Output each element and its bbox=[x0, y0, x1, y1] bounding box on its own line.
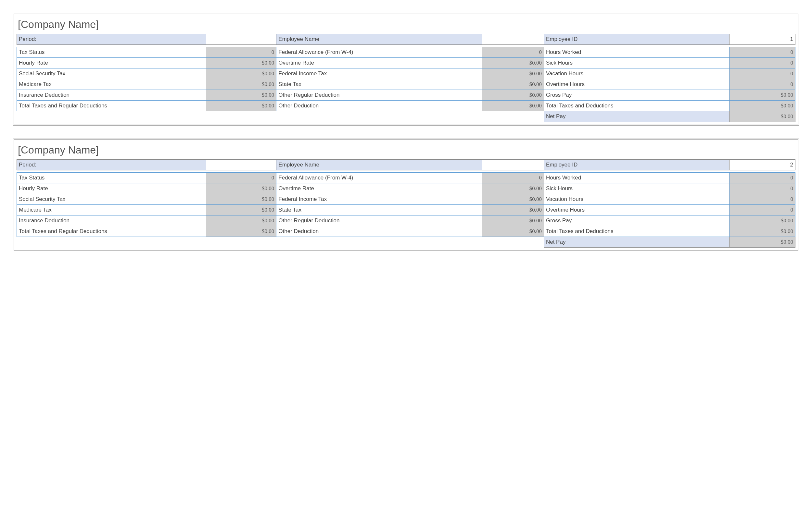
row-label-2: Federal Allowance (From W-4) bbox=[276, 47, 482, 58]
row-label-1: Tax Status bbox=[17, 172, 206, 183]
table-row: Medicare Tax$0.00State Tax$0.00Overtime … bbox=[17, 79, 795, 90]
table-row: Tax Status0Federal Allowance (From W-4)0… bbox=[17, 172, 795, 183]
row-label-3: Gross Pay bbox=[544, 90, 729, 101]
row-label-3: Overtime Hours bbox=[544, 79, 729, 90]
row-label-1: Tax Status bbox=[17, 47, 206, 58]
employee-id-value[interactable]: 1 bbox=[729, 34, 795, 45]
row-value-1[interactable]: $0.00 bbox=[206, 90, 276, 101]
row-label-2: Federal Income Tax bbox=[276, 69, 482, 79]
row-value-2[interactable]: $0.00 bbox=[482, 183, 544, 194]
row-value-2[interactable]: $0.00 bbox=[482, 101, 544, 111]
table-row: Hourly Rate$0.00Overtime Rate$0.00Sick H… bbox=[17, 58, 795, 69]
row-value-3[interactable]: 0 bbox=[729, 79, 795, 90]
row-label-2: Other Regular Deduction bbox=[276, 90, 482, 101]
row-label-3: Total Taxes and Deductions bbox=[544, 226, 729, 237]
row-label-1: Hourly Rate bbox=[17, 183, 206, 194]
row-label-2: Federal Allowance (From W-4) bbox=[276, 172, 482, 183]
paystub-table: Period:Employee NameEmployee ID2Tax Stat… bbox=[17, 159, 795, 247]
table-row: Total Taxes and Regular Deductions$0.00O… bbox=[17, 226, 795, 237]
employee-name-label: Employee Name bbox=[276, 160, 482, 170]
table-row: Insurance Deduction$0.00Other Regular De… bbox=[17, 90, 795, 101]
row-value-3[interactable]: 0 bbox=[729, 194, 795, 205]
period-label: Period: bbox=[17, 34, 206, 45]
row-value-3[interactable]: 0 bbox=[729, 172, 795, 183]
employee-id-label: Employee ID bbox=[544, 160, 729, 170]
row-label-2: Other Deduction bbox=[276, 226, 482, 237]
paystub-table: Period:Employee NameEmployee ID1Tax Stat… bbox=[17, 34, 795, 122]
row-label-3: Vacation Hours bbox=[544, 69, 729, 79]
row-label-2: State Tax bbox=[276, 205, 482, 215]
employee-name-value[interactable] bbox=[482, 34, 544, 45]
row-value-2[interactable]: $0.00 bbox=[482, 205, 544, 215]
row-value-1[interactable]: $0.00 bbox=[206, 183, 276, 194]
employee-id-value[interactable]: 2 bbox=[729, 160, 795, 170]
row-value-1[interactable]: $0.00 bbox=[206, 215, 276, 226]
row-label-3: Hours Worked bbox=[544, 47, 729, 58]
row-value-3[interactable]: 0 bbox=[729, 58, 795, 69]
net-pay-value[interactable]: $0.00 bbox=[729, 237, 795, 247]
row-label-3: Hours Worked bbox=[544, 172, 729, 183]
row-value-1[interactable]: $0.00 bbox=[206, 205, 276, 215]
row-value-2[interactable]: $0.00 bbox=[482, 226, 544, 237]
employee-name-value[interactable] bbox=[482, 160, 544, 170]
row-label-1: Hourly Rate bbox=[17, 58, 206, 69]
row-label-1: Social Security Tax bbox=[17, 69, 206, 79]
row-value-2[interactable]: $0.00 bbox=[482, 69, 544, 79]
row-label-2: Overtime Rate bbox=[276, 58, 482, 69]
row-label-2: Federal Income Tax bbox=[276, 194, 482, 205]
employee-name-label: Employee Name bbox=[276, 34, 482, 45]
row-value-1[interactable]: 0 bbox=[206, 172, 276, 183]
company-name: [Company Name] bbox=[17, 142, 795, 159]
row-value-3[interactable]: $0.00 bbox=[729, 101, 795, 111]
row-value-3[interactable]: 0 bbox=[729, 47, 795, 58]
table-row: Total Taxes and Regular Deductions$0.00O… bbox=[17, 101, 795, 111]
table-row: Hourly Rate$0.00Overtime Rate$0.00Sick H… bbox=[17, 183, 795, 194]
row-value-2[interactable]: 0 bbox=[482, 47, 544, 58]
row-value-3[interactable]: 0 bbox=[729, 183, 795, 194]
row-label-3: Sick Hours bbox=[544, 183, 729, 194]
period-value[interactable] bbox=[206, 160, 276, 170]
row-value-2[interactable]: $0.00 bbox=[482, 90, 544, 101]
row-label-1: Medicare Tax bbox=[17, 79, 206, 90]
table-row: Insurance Deduction$0.00Other Regular De… bbox=[17, 215, 795, 226]
period-value[interactable] bbox=[206, 34, 276, 45]
net-pay-label: Net Pay bbox=[544, 111, 729, 122]
row-value-2[interactable]: $0.00 bbox=[482, 194, 544, 205]
table-row: Medicare Tax$0.00State Tax$0.00Overtime … bbox=[17, 205, 795, 215]
row-value-2[interactable]: $0.00 bbox=[482, 215, 544, 226]
row-label-1: Total Taxes and Regular Deductions bbox=[17, 226, 206, 237]
row-value-3[interactable]: 0 bbox=[729, 205, 795, 215]
table-row: Tax Status0Federal Allowance (From W-4)0… bbox=[17, 47, 795, 58]
row-label-1: Insurance Deduction bbox=[17, 90, 206, 101]
table-row: Social Security Tax$0.00Federal Income T… bbox=[17, 69, 795, 79]
row-value-1[interactable]: $0.00 bbox=[206, 79, 276, 90]
row-value-1[interactable]: 0 bbox=[206, 47, 276, 58]
row-label-1: Total Taxes and Regular Deductions bbox=[17, 101, 206, 111]
row-label-3: Vacation Hours bbox=[544, 194, 729, 205]
row-value-2[interactable]: $0.00 bbox=[482, 79, 544, 90]
employee-id-label: Employee ID bbox=[544, 34, 729, 45]
row-value-1[interactable]: $0.00 bbox=[206, 69, 276, 79]
row-label-3: Sick Hours bbox=[544, 58, 729, 69]
row-value-1[interactable]: $0.00 bbox=[206, 194, 276, 205]
row-label-2: Other Regular Deduction bbox=[276, 215, 482, 226]
row-label-1: Medicare Tax bbox=[17, 205, 206, 215]
net-pay-value[interactable]: $0.00 bbox=[729, 111, 795, 122]
row-value-2[interactable]: 0 bbox=[482, 172, 544, 183]
row-label-3: Gross Pay bbox=[544, 215, 729, 226]
row-value-1[interactable]: $0.00 bbox=[206, 101, 276, 111]
row-value-3[interactable]: $0.00 bbox=[729, 90, 795, 101]
row-value-3[interactable]: 0 bbox=[729, 69, 795, 79]
row-label-3: Total Taxes and Deductions bbox=[544, 101, 729, 111]
row-label-1: Social Security Tax bbox=[17, 194, 206, 205]
row-value-2[interactable]: $0.00 bbox=[482, 58, 544, 69]
row-value-1[interactable]: $0.00 bbox=[206, 58, 276, 69]
row-label-3: Overtime Hours bbox=[544, 205, 729, 215]
row-label-2: Other Deduction bbox=[276, 101, 482, 111]
row-value-3[interactable]: $0.00 bbox=[729, 215, 795, 226]
paystub: [Company Name]Period:Employee NameEmploy… bbox=[13, 13, 799, 125]
row-label-2: State Tax bbox=[276, 79, 482, 90]
row-value-1[interactable]: $0.00 bbox=[206, 226, 276, 237]
row-value-3[interactable]: $0.00 bbox=[729, 226, 795, 237]
company-name: [Company Name] bbox=[17, 17, 795, 34]
